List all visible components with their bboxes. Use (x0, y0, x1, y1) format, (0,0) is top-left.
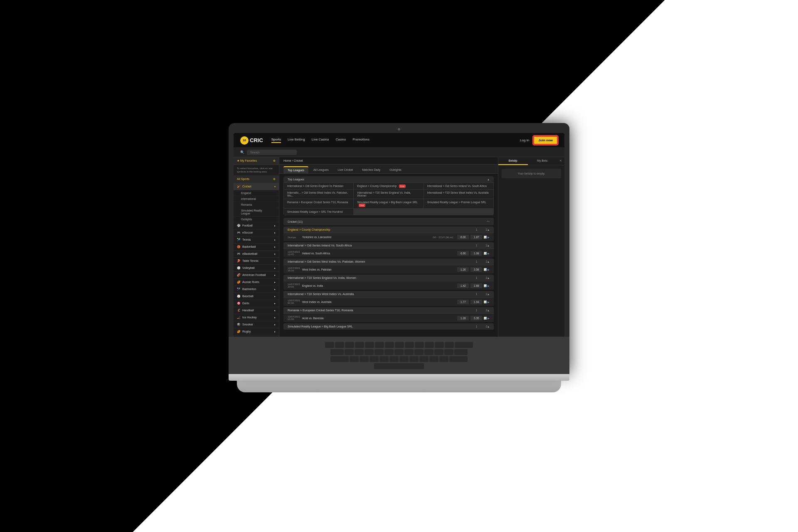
sidebar-sub-england[interactable]: England (234, 190, 279, 196)
league-link-8[interactable]: Simulated Reality League > Premier Leagu… (424, 199, 493, 208)
match-more-5[interactable]: 📊 ▶ (484, 317, 490, 320)
favorites-header[interactable]: ★ My Favorites ⊕ (234, 157, 279, 165)
all-sports-item[interactable]: All Sports ⊕ (234, 175, 279, 183)
sidebar-item-darts[interactable]: 🎯 Darts ▸ (234, 300, 279, 307)
sidebar-item-tabletennis[interactable]: 🏓 Table Tennis ▸ (234, 258, 279, 265)
baseball-icon: ⚾ (237, 295, 240, 298)
tab-matches-daily[interactable]: Matches Daily (358, 167, 384, 173)
mybets-tab[interactable]: My Bets (528, 157, 557, 165)
sidebar-item-handball[interactable]: 🤾 Handball ▸ (234, 307, 279, 314)
betslip-close-button[interactable]: ✕ (557, 157, 564, 165)
join-button[interactable]: Join now (533, 136, 558, 145)
odds-btn-away-4[interactable]: 1.94 (470, 300, 482, 304)
nav-live-casino[interactable]: Live Casino (312, 138, 329, 143)
login-button[interactable]: Log In (520, 138, 529, 142)
laptop-camera (398, 128, 400, 131)
snooker-chevron: ▸ (274, 323, 276, 326)
odds-btn-home-4[interactable]: 1.77 (457, 300, 469, 304)
volleyball-icon: 🏐 (237, 266, 240, 270)
breadcrumb-current: Cricket (294, 159, 303, 162)
volleyball-label: Volleyball (242, 266, 255, 269)
tab-outrights[interactable]: Outrights (385, 167, 405, 173)
sidebar-sub-srl[interactable]: Simulated Reality League (234, 208, 279, 217)
odds-btn-away-5[interactable]: 3.35 (470, 316, 482, 320)
tab-all-leagues[interactable]: All Leagues (309, 167, 333, 173)
odds-btn-away-2[interactable]: 3.58 (470, 267, 482, 272)
league-link-1[interactable]: England > County Championship Live (354, 183, 423, 189)
sidebar-item-rugby[interactable]: 🏉 Rugby ▸ (234, 328, 279, 335)
match-group-header-1[interactable]: International > Odi Series Ireland Vs. S… (283, 242, 494, 249)
cricket-section-toggle[interactable]: ⋯ (487, 220, 490, 223)
odds-btn-away-0[interactable]: 1.87 (470, 235, 482, 239)
sidebar-item-snooker[interactable]: 🎱 Snooker ▸ (234, 321, 279, 328)
sidebar-item-aussierules[interactable]: 🏉 Aussie Rules ▸ (234, 279, 279, 286)
tab-live-cricket[interactable]: Live Cricket (334, 167, 357, 173)
match-time-1: 13/07/2021 12:45 (288, 251, 302, 256)
top-leagues-section: Top Leagues ▲ International > Odi Series… (283, 176, 494, 215)
league-link-7[interactable]: Simulated Reality League > Big Bash Leag… (354, 199, 423, 208)
match-group-header-4[interactable]: International > T20 Series West Indies V… (283, 291, 494, 297)
nav-promotions[interactable]: Promotions (352, 138, 369, 143)
search-input[interactable] (247, 150, 297, 155)
league-link-3[interactable]: Internatio... > Odi Series West Indies V… (284, 190, 353, 199)
league-link-0[interactable]: International > Odi Series England Vs Pa… (284, 183, 353, 189)
key (384, 349, 394, 355)
match-group-header-6[interactable]: Simulated Reality League > Big Bash Leag… (283, 323, 494, 330)
league-link-6[interactable]: Romania > European Cricket Series T10, R… (284, 199, 353, 208)
league-link-5[interactable]: International > T20 Series West Indies V… (424, 190, 493, 199)
esoccer-chevron: ▸ (274, 231, 276, 234)
match-group-header-3[interactable]: International > T20 Series England Vs. I… (283, 275, 494, 281)
league-link-2[interactable]: International > Odi Series Ireland Vs. S… (424, 183, 493, 189)
match-group-header-5[interactable]: Romania > European Cricket Series T10, R… (283, 307, 494, 313)
match-more-1[interactable]: 📊 ▶ (484, 252, 490, 255)
match-more-2[interactable]: 📊 ▶ (484, 268, 490, 271)
nav-sports[interactable]: Sports (271, 138, 281, 143)
tab-top-leagues[interactable]: Top Leagues (283, 166, 308, 173)
odds-btn-away-1[interactable]: 1.08 (470, 251, 482, 256)
odds-btn-home-5[interactable]: 1.28 (457, 316, 469, 320)
odds-btn-away-3[interactable]: 2.68 (470, 283, 482, 288)
key (350, 356, 359, 362)
league-link-4[interactable]: International > T20 Series England Vs. I… (354, 190, 423, 199)
aussierules-icon: 🏉 (237, 281, 240, 284)
odds-btn-home-2[interactable]: 1.26 (457, 267, 469, 272)
key (369, 356, 379, 362)
sidebar-item-icehockey[interactable]: 🏒 Ice Hockey ▸ (234, 314, 279, 321)
sidebar-item-football[interactable]: ⚽ Football ▸ (234, 222, 279, 229)
nav-casino[interactable]: Casino (336, 138, 346, 143)
odds-btn-home-1[interactable]: 6.60 (457, 251, 469, 256)
sidebar-item-americanfootball[interactable]: 🏈 American Football ▸ (234, 272, 279, 279)
top-leagues-header: Top Leagues ▲ (283, 176, 494, 182)
sidebar-sub-romania[interactable]: Romania (234, 202, 279, 208)
key (424, 349, 433, 355)
sidebar-sub-international[interactable]: International (234, 196, 279, 202)
sidebar-item-tennis[interactable]: 🎾 Tennis ▸ (234, 236, 279, 244)
match-more-4[interactable]: 📊 ▶ (484, 300, 490, 303)
sidebar-item-basketball[interactable]: 🏀 Basketball ▸ (234, 244, 279, 251)
odds-btn-home-3[interactable]: 1.42 (457, 283, 469, 288)
match-more-0[interactable]: 📊 ▶ (484, 236, 490, 239)
darts-label: Darts (242, 302, 249, 305)
match-group-header-0[interactable]: England > County Championship 1 2 ▲ (283, 227, 494, 233)
nav-live-betting[interactable]: Live Betting (288, 138, 305, 143)
sidebar-item-baseball[interactable]: ⚾ Baseball ▸ (234, 293, 279, 300)
laptop-screen: 10 CRIC Sports Live Betting Live Casino … (234, 133, 564, 337)
sidebar-item-badminton[interactable]: 🏸 Badminton ▸ (234, 286, 279, 293)
match-group-header-2[interactable]: International > Odi Series West Indies V… (283, 259, 494, 265)
sidebar-item-cricket[interactable]: 🏏 Cricket ▾ (234, 183, 279, 190)
sidebar-item-volleyball[interactable]: 🏐 Volleyball ▸ (234, 265, 279, 272)
sidebar-item-ebasketball[interactable]: 🎮 eBasketball ▸ (234, 251, 279, 258)
odds-btn-home-0[interactable]: 6.00 (457, 235, 469, 239)
americanfootball-icon: 🏈 (237, 273, 240, 277)
key (445, 342, 454, 348)
match-more-3[interactable]: 📊 ▶ (484, 284, 490, 287)
league-link-9[interactable]: Simulated Reality League > SRL The Hundr… (284, 209, 353, 215)
betslip-tab[interactable]: Betslip (498, 157, 528, 165)
group-arrow-6: ▲ (487, 325, 490, 328)
key (399, 356, 409, 362)
sidebar-item-esoccer[interactable]: 🎮 eSoccer ▸ (234, 229, 279, 236)
breadcrumb-home[interactable]: Home (283, 159, 291, 162)
sidebar-sub-outrights[interactable]: Outrights (234, 217, 279, 222)
favorites-info-text: To select favourites, click on star symb… (234, 165, 279, 175)
key (404, 349, 414, 355)
